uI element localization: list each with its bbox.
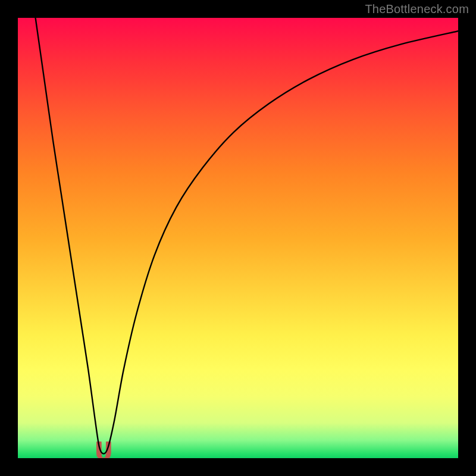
- chart-plot-area: [18, 18, 458, 458]
- bottleneck-curve-path: [36, 18, 458, 454]
- chart-frame: TheBottleneck.com: [0, 0, 476, 476]
- bottleneck-curve-svg: [18, 18, 458, 458]
- watermark-text: TheBottleneck.com: [365, 2, 469, 16]
